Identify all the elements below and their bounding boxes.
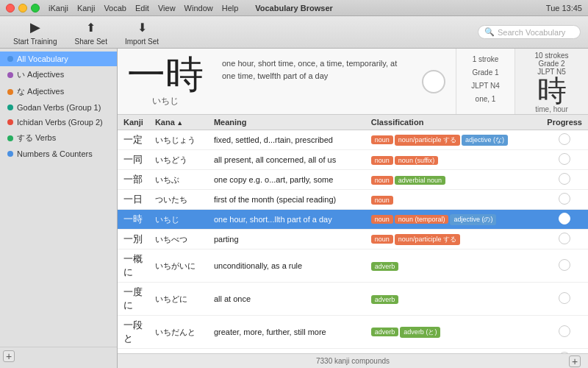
sidebar-item-i-adjectives[interactable]: い Adjectives	[0, 66, 117, 83]
jlpt-left: JLPT N4	[471, 79, 500, 93]
cell-classification: nounnoun (temporal)adjective (の)	[365, 210, 541, 230]
col-kana[interactable]: Kana	[149, 115, 208, 130]
sidebar-label: な Adjectives	[17, 86, 64, 97]
cell-kana: ついたち	[149, 190, 208, 210]
kanji-right-panel: 10 strokes Grade 2 JLPT N5 時 time, hour	[514, 49, 588, 114]
table-row[interactable]: 一概にいちがいにunconditionally, as a ruleadverb	[118, 250, 588, 283]
cell-meaning: first of the month (special reading)	[208, 190, 365, 210]
table-row[interactable]: 一定いちじょうfixed, settled, d...rtain, prescr…	[118, 130, 588, 150]
sidebar-item-all-vocabulary[interactable]: All Vocabulary	[0, 52, 117, 66]
progress-circle[interactable]	[559, 173, 570, 185]
progress-circle[interactable]	[559, 213, 570, 224]
table-row[interactable]: 一別いちべつpartingnounnoun/participle する	[118, 230, 588, 250]
dot-icon	[7, 151, 13, 157]
progress-circle[interactable]	[559, 153, 570, 165]
sidebar-label: All Vocabulary	[17, 54, 68, 63]
cell-meaning: one copy e.g. o...art, partly, some	[208, 170, 365, 190]
cell-progress	[541, 210, 588, 230]
close-button[interactable]	[6, 4, 15, 13]
titlebar: iKanji Kanji Vocab Edit View Window Help…	[0, 0, 588, 16]
dot-icon	[7, 135, 13, 141]
table-add-button[interactable]: +	[569, 355, 581, 367]
toolbar: ▶ Start Training ⬆ Share Set ⬇ Import Se…	[0, 16, 588, 49]
menu-vocab[interactable]: Vocab	[104, 4, 126, 13]
cell-kana: いちがいに	[149, 250, 208, 283]
table-row[interactable]: 一部いちぶone copy e.g. o...art, partly, some…	[118, 170, 588, 190]
strokes-right: 10 strokes	[534, 52, 568, 60]
kanji-character: 一時	[127, 55, 204, 93]
sidebar-label: Godan Verbs (Group 1)	[17, 103, 101, 112]
cell-progress	[541, 130, 588, 150]
progress-circle[interactable]	[559, 325, 570, 337]
progress-circle[interactable]	[559, 292, 570, 304]
clock: Tue 13:45	[546, 4, 582, 13]
cell-kana: いちじょう	[149, 130, 208, 150]
cell-classification: nounnoun (suffix)	[365, 150, 541, 170]
col-classification[interactable]: Classification	[365, 115, 541, 130]
search-bar[interactable]: 🔍 Search Vocabulary	[478, 25, 581, 39]
kanji-progress-circle-area	[412, 49, 456, 114]
dot-icon	[7, 105, 13, 110]
minimize-button[interactable]	[18, 4, 27, 13]
status-bar: 7330 kanji compounds +	[118, 353, 588, 368]
cell-meaning: unconditionally, as a rule	[208, 250, 365, 283]
cell-kana: いちだんと	[149, 316, 208, 349]
progress-circle[interactable]	[559, 233, 570, 244]
grade-right: Grade 2	[538, 60, 564, 68]
sidebar-item-na-adjectives[interactable]: な Adjectives	[0, 83, 117, 100]
col-kanji[interactable]: Kanji	[118, 115, 149, 130]
menu-edit[interactable]: Edit	[135, 4, 149, 13]
progress-circle[interactable]	[559, 193, 570, 205]
sidebar-item-numbers[interactable]: Numbers & Counters	[0, 146, 117, 161]
cell-kanji: 一同	[118, 150, 149, 170]
menu-ikanji[interactable]: iKanji	[49, 4, 68, 13]
cell-classification: noun	[365, 190, 541, 210]
dot-icon	[7, 89, 13, 95]
sidebar-label: Numbers & Counters	[17, 149, 93, 158]
kanji-meaning-text: one hour, short time, once, a time, temp…	[222, 57, 403, 82]
menu-bar: iKanji Kanji Vocab Edit View Window Help	[49, 4, 238, 13]
col-progress[interactable]: Progress	[541, 115, 588, 130]
cell-kanji: 一時	[118, 210, 149, 230]
progress-circle[interactable]	[559, 133, 570, 145]
grade-left: Grade 1	[472, 66, 498, 79]
cell-classification: nounadverbial noun	[365, 170, 541, 190]
import-set-button[interactable]: ⬇ Import Set	[119, 15, 165, 49]
sidebar-item-suru-verbs[interactable]: する Verbs	[0, 130, 117, 146]
dot-icon	[7, 72, 13, 78]
sidebar-item-godan-verbs[interactable]: Godan Verbs (Group 1)	[0, 100, 117, 115]
cell-progress	[541, 170, 588, 190]
table-row[interactable]: 一同いちどうall present, all concerned, all of…	[118, 150, 588, 170]
menu-view[interactable]: View	[158, 4, 176, 13]
col-meaning[interactable]: Meaning	[208, 115, 365, 130]
cell-classification: adverbadverb (と)	[365, 316, 541, 349]
kanji-right-big: 時	[537, 76, 567, 105]
sidebar-item-ichidan-verbs[interactable]: Ichidan Verbs (Group 2)	[0, 115, 117, 130]
start-training-button[interactable]: ▶ Start Training	[7, 15, 62, 49]
reading-right: time, hour	[535, 105, 567, 113]
progress-circle[interactable]	[559, 259, 570, 271]
table-row[interactable]: 一段といちだんとgreater, more, further, still mo…	[118, 316, 588, 349]
table-row[interactable]: 一時いちじone hour, short...llth part of a da…	[118, 210, 588, 230]
menu-kanji[interactable]: Kanji	[77, 4, 95, 13]
content-area: All Vocabulary い Adjectives な Adjectives…	[0, 49, 588, 368]
search-icon: 🔍	[484, 27, 495, 37]
share-set-button[interactable]: ⬆ Share Set	[68, 15, 112, 49]
table-row[interactable]: 一日ついたちfirst of the month (special readin…	[118, 190, 588, 210]
sidebar-label: する Verbs	[17, 132, 56, 144]
maximize-button[interactable]	[31, 4, 40, 13]
cell-classification: adverb	[365, 250, 541, 283]
sidebar-label: い Adjectives	[17, 69, 64, 80]
cell-kanji: 一段と	[118, 316, 149, 349]
table-row[interactable]: 一度にいちどにall at onceadverb	[118, 283, 588, 316]
menu-help[interactable]: Help	[222, 4, 239, 13]
cell-meaning: greater, more, further, still more	[208, 316, 365, 349]
cell-meaning: parting	[208, 230, 365, 250]
cell-kana: いちじ	[149, 210, 208, 230]
cell-kana: いちぶ	[149, 170, 208, 190]
add-sidebar-button[interactable]: +	[3, 350, 15, 362]
kanji-progress-circle[interactable]	[422, 70, 445, 93]
menu-window[interactable]: Window	[184, 4, 213, 13]
training-icon: ▶	[26, 18, 44, 36]
cell-progress	[541, 190, 588, 210]
